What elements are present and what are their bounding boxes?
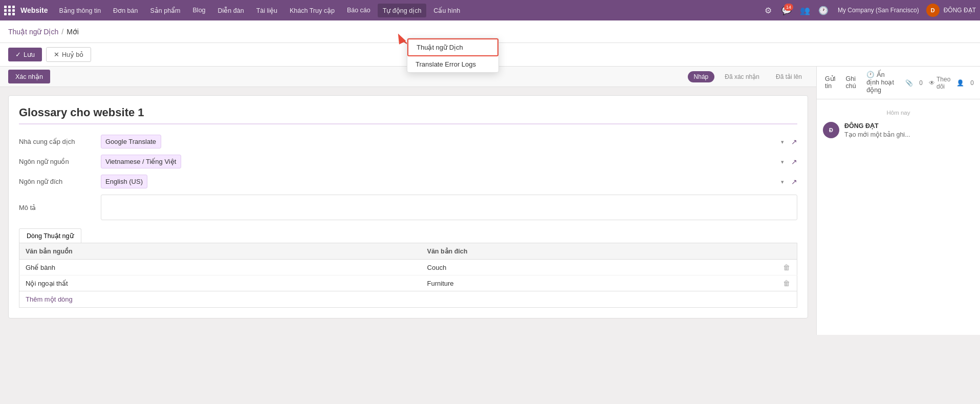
table-section: Dòng Thuật ngữ Văn bản nguồn Văn bản đíc… [19,228,797,308]
message-content: ĐÔNG ĐẠT Tạo mới một bản ghi... [844,122,974,138]
source-lang-select[interactable]: Vietnamese / Tiếng Việt [101,155,181,168]
app-logo[interactable]: Website [4,6,48,15]
form-card: Glossary cho website 1 Nhà cung cấp dịch… [8,95,808,318]
user-name: ĐÔNG ĐẠT [944,7,976,14]
company-name[interactable]: My Company (San Francisco) [835,7,922,14]
sidebar-item-cau-hinh[interactable]: Cấu hình [428,4,465,17]
table-row: Nội ngoại thất Furniture 🗑 [19,275,797,291]
left-content: Xác nhận Nháp Đã xác nhận Đã tải lên Glo… [0,67,816,335]
dropdown-item-thuat-ngu-dich[interactable]: Thuật ngữ Dịch [407,38,498,56]
source-lang-label: Ngôn ngữ nguồn [19,158,101,165]
chatter-tabs: Gửi tin Ghi chú 🕐 Ấn định hoạt động 📎 0 … [817,67,980,99]
sidebar-item-tai-lieu[interactable]: Tài liệu [251,4,282,17]
desc-label: Mô tả [19,204,101,211]
message-sender: ĐÔNG ĐẠT [844,122,974,130]
sidebar-item-khach-truy-cap[interactable]: Khách Truy cập [285,4,340,17]
source-lang-external-link-icon[interactable]: ↗ [791,158,797,166]
message-text: Tạo mới một bản ghi... [844,131,974,138]
user-follow-icon: 👤 [956,79,964,87]
contacts-icon-btn[interactable]: 👥 [798,3,812,17]
form-title: Glossary cho website 1 [19,106,797,124]
top-navigation: Website Bảng thông tin Đơn bán Sản phẩm … [0,0,980,20]
dropdown-menu: Thuật ngữ Dịch Translate Error Logs [407,38,499,73]
clock-chatter-icon: 🕐 [866,71,875,78]
message-avatar: Đ [823,122,839,138]
delete-icon[interactable]: 🗑 [783,263,790,271]
col-target-header: Văn bản đích [421,243,777,260]
target-cell: Furniture [421,275,777,291]
target-lang-control: English (US) ↗ [101,175,797,188]
sidebar-item-don-ban[interactable]: Đơn bán [108,4,143,17]
tab-gui-tin[interactable]: Gửi tin [823,71,838,95]
target-cell: Couch [421,260,777,275]
tab-da-xac-nhan[interactable]: Đã xác nhận [718,71,766,82]
target-lang-row: Ngôn ngữ đích English (US) ↗ [19,175,797,188]
breadcrumb-current: Mới [67,28,79,36]
dropdown-item-translate-error-logs[interactable]: Translate Error Logs [407,56,498,72]
chat-icon-btn[interactable]: 💬 14 [779,3,794,17]
tab-an-dinh[interactable]: 🕐 Ấn định hoạt động [864,67,899,99]
target-lang-select-wrapper: English (US) [101,175,788,188]
provider-select-wrapper: Google Translate [101,135,788,148]
cancel-button[interactable]: ✕ Huỷ bỏ [46,47,91,62]
desc-row: Mô tả [19,195,797,220]
app-name: Website [20,6,48,14]
theo-doi-button[interactable]: 👁 Theo dõi [929,76,950,90]
target-lang-external-link-icon[interactable]: ↗ [791,178,797,186]
settings-icon-btn[interactable]: ⚙ [761,3,775,17]
avatar[interactable]: D [926,4,940,17]
provider-external-link-icon[interactable]: ↗ [791,138,797,146]
source-cell: Ghế bành [19,260,421,275]
source-lang-control: Vietnamese / Tiếng Việt ↗ [101,155,797,168]
table-tab[interactable]: Dòng Thuật ngữ [19,228,81,243]
right-panel: Gửi tin Ghi chú 🕐 Ấn định hoạt động 📎 0 … [816,67,980,335]
breadcrumb-parent[interactable]: Thuật ngữ Dịch [8,28,58,36]
desc-control [101,195,797,220]
source-lang-select-wrapper: Vietnamese / Tiếng Việt [101,155,788,168]
message-item: Đ ĐÔNG ĐẠT Tạo mới một bản ghi... [823,122,974,138]
desc-textarea[interactable] [101,195,797,220]
sidebar-item-tu-dong-dich[interactable]: Tự động dịch [378,4,427,17]
target-lang-label: Ngôn ngữ đích [19,178,101,185]
provider-row: Nhà cung cấp dịch Google Translate ↗ [19,135,797,148]
sidebar-item-bao-cao[interactable]: Báo cáo [342,4,376,17]
date-divider: Hôm nay [823,110,974,116]
chatter-body: Hôm nay Đ ĐÔNG ĐẠT Tạo mới một bản ghi..… [817,99,980,335]
topnav-right: ⚙ 💬 14 👥 🕐 My Company (San Francisco) D … [761,3,976,17]
add-row-link[interactable]: Thêm một dòng [26,295,73,303]
provider-control: Google Translate ↗ [101,135,797,148]
tab-nhap[interactable]: Nháp [688,71,715,82]
glossary-table: Văn bản nguồn Văn bản đích Ghế bành Couc… [19,243,797,291]
col-source-header: Văn bản nguồn [19,243,421,260]
source-lang-row: Ngôn ngữ nguồn Vietnamese / Tiếng Việt ↗ [19,155,797,168]
main-panel: Glossary cho website 1 Nhà cung cấp dịch… [0,87,816,335]
sidebar-item-blog[interactable]: Blog [188,4,211,17]
delete-cell: 🗑 [777,275,797,291]
sidebar-item-bang-thong-tin[interactable]: Bảng thông tin [54,4,106,17]
sidebar-item-dien-dan[interactable]: Diễn đàn [213,4,249,17]
source-cell: Nội ngoại thất [19,275,421,291]
clock-icon-btn[interactable]: 🕐 [816,3,831,17]
middle-area: Xác nhận Nháp Đã xác nhận Đã tải lên Glo… [0,67,980,335]
save-button[interactable]: ✓ Lưu [8,48,42,61]
check-icon: ✓ [15,51,21,58]
chatter-actions: 📎 0 👁 Theo dõi 👤 0 [905,76,974,90]
chat-badge: 14 [784,4,793,11]
breadcrumb-separator: / [61,28,63,36]
apps-icon [4,6,15,15]
confirm-button[interactable]: Xác nhận [8,70,50,83]
tab-ghi-chu[interactable]: Ghi chú [844,71,859,95]
delete-cell: 🗑 [777,260,797,275]
table-row: Ghế bành Couch 🗑 [19,260,797,275]
provider-select[interactable]: Google Translate [101,135,161,148]
x-icon: ✕ [54,51,59,58]
paperclip-icon: 📎 [905,79,913,87]
provider-label: Nhà cung cấp dịch [19,138,101,145]
eye-icon: 👁 [929,79,935,87]
tab-da-tai-len[interactable]: Đã tải lên [770,71,808,82]
delete-icon[interactable]: 🗑 [783,279,790,287]
sidebar-item-san-pham[interactable]: Sản phẩm [145,4,185,17]
col-actions-header [777,243,797,260]
target-lang-select[interactable]: English (US) [101,175,147,188]
